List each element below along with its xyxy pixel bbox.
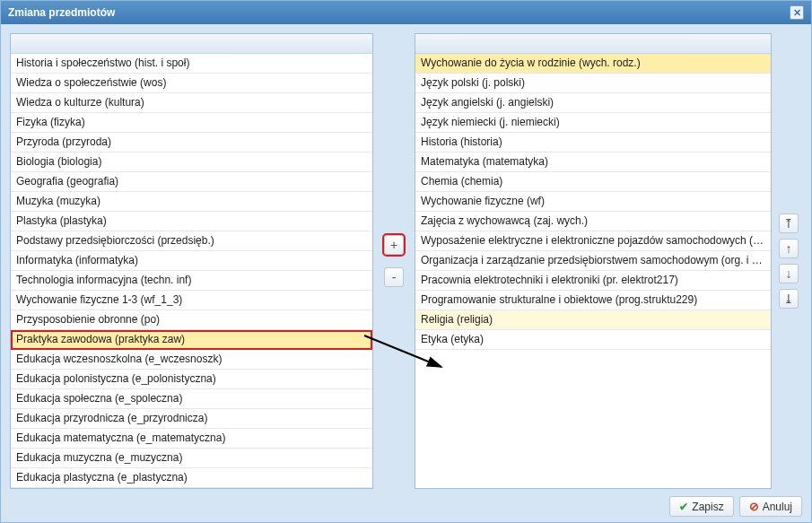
list-item[interactable]: Edukacja wczesnoszkolna (e_wczesnoszk) [11, 350, 372, 370]
move-bottom-button[interactable]: ⤓ [779, 289, 799, 309]
transfer-controls: + - [380, 33, 407, 489]
close-button[interactable]: ✕ [790, 5, 804, 20]
list-item[interactable]: Edukacja przyrodnicza (e_przyrodnicza) [11, 409, 372, 429]
save-button[interactable]: ✔ Zapisz [669, 496, 733, 517]
list-item[interactable]: Edukacja polonistyczna (e_polonistyczna) [11, 370, 372, 389]
assigned-subjects-panel: Wychowanie do życia w rodzinie (wych. ro… [415, 33, 772, 489]
cancel-button[interactable]: ⊘ Anuluj [739, 496, 802, 517]
list-item[interactable]: Plastyka (plastyka) [11, 212, 372, 231]
dialog-footer: ✔ Zapisz ⊘ Anuluj [10, 489, 802, 517]
list-item[interactable]: Wyposażenie elektryczne i elektroniczne … [415, 231, 771, 251]
add-button[interactable]: + [384, 235, 404, 255]
list-item[interactable]: Muzyka (muzyka) [11, 192, 372, 212]
reorder-controls: ⤒ ↑ ↓ ⤓ [779, 33, 802, 489]
dialog-content: Historia i społeczeństwo (hist. i społ)W… [1, 24, 811, 523]
list-item[interactable]: Chemia (chemia) [415, 172, 771, 192]
list-item[interactable]: Edukacja plastyczna (e_plastyczna) [11, 468, 372, 488]
main-area: Historia i społeczeństwo (hist. i społ)W… [10, 33, 802, 489]
assigned-list-header [415, 34, 771, 54]
list-item[interactable]: Fizyka (fizyka) [11, 113, 372, 133]
available-subjects-panel: Historia i społeczeństwo (hist. i społ)W… [10, 33, 373, 489]
list-item[interactable]: Wiedza o kulturze (kultura) [11, 93, 372, 113]
list-item[interactable]: Język niemiecki (j. niemiecki) [415, 113, 771, 133]
list-item[interactable]: Edukacja społeczna (e_spoleczna) [11, 389, 372, 409]
list-item[interactable]: Podstawy przedsiębiorczości (przedsięb.) [11, 231, 372, 251]
list-item[interactable]: Biologia (biologia) [11, 153, 372, 172]
list-item[interactable]: Wychowanie fizyczne 1-3 (wf_1_3) [11, 291, 372, 310]
save-label: Zapisz [692, 501, 723, 513]
check-icon: ✔ [679, 501, 688, 513]
list-item[interactable]: Historia i społeczeństwo (hist. i społ) [11, 54, 372, 74]
available-list-body[interactable]: Historia i społeczeństwo (hist. i społ)W… [11, 54, 372, 488]
list-item[interactable]: Wychowanie fizyczne (wf) [415, 192, 771, 212]
available-list-header [11, 34, 372, 54]
list-item[interactable]: Edukacja matematyczna (e_matematyczna) [11, 429, 372, 449]
list-item[interactable]: Pracownia elektrotechniki i elektroniki … [415, 271, 771, 291]
list-item[interactable]: Technologia informacyjna (techn. inf) [11, 271, 372, 291]
move-top-button[interactable]: ⤒ [779, 214, 799, 233]
list-item[interactable]: Praktyka zawodowa (praktyka zaw) [11, 330, 372, 350]
cancel-label: Anuluj [763, 501, 792, 513]
list-item[interactable]: Wiedza o społeczeństwie (wos) [11, 74, 372, 93]
list-item[interactable]: Informatyka (informatyka) [11, 251, 372, 271]
assigned-list-body[interactable]: Wychowanie do życia w rodzinie (wych. ro… [415, 54, 771, 488]
list-item[interactable]: Organizacja i zarządzanie przedsiębiorst… [415, 251, 771, 271]
list-item[interactable]: Matematyka (matematyka) [415, 153, 771, 172]
list-item[interactable]: Przyroda (przyroda) [11, 133, 372, 153]
remove-button[interactable]: - [384, 267, 404, 287]
move-down-button[interactable]: ↓ [779, 264, 799, 283]
list-item[interactable]: Religia (religia) [415, 310, 771, 330]
list-item[interactable]: Edukacja muzyczna (e_muzyczna) [11, 449, 372, 468]
list-item[interactable]: Zajęcia z wychowawcą (zaj. wych.) [415, 212, 771, 231]
list-item[interactable]: Historia (historia) [415, 133, 771, 153]
list-item[interactable]: Język polski (j. polski) [415, 74, 771, 93]
list-item[interactable]: Etyka (etyka) [415, 330, 771, 350]
dialog-change-subjects: Zmiana przedmiotów ✕ Historia i społecze… [0, 0, 812, 523]
cancel-icon: ⊘ [749, 500, 759, 513]
move-up-button[interactable]: ↑ [779, 239, 799, 258]
titlebar: Zmiana przedmiotów ✕ [1, 1, 811, 24]
list-item[interactable]: Geografia (geografia) [11, 172, 372, 192]
dialog-title: Zmiana przedmiotów [8, 6, 115, 19]
list-item[interactable]: Programowanie strukturalne i obiektowe (… [415, 291, 771, 310]
list-item[interactable]: Przysposobienie obronne (po) [11, 310, 372, 330]
list-item[interactable]: Język angielski (j. angielski) [415, 93, 771, 113]
list-item[interactable]: Wychowanie do życia w rodzinie (wych. ro… [415, 54, 771, 74]
